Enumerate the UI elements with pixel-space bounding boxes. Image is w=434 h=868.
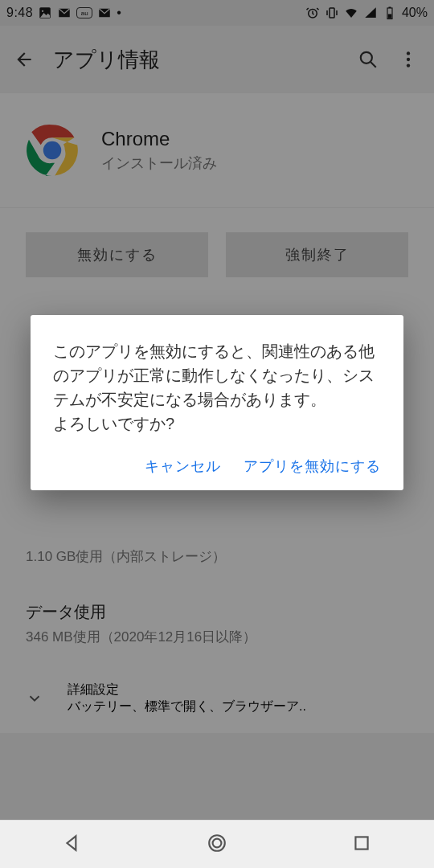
dialog-scrim[interactable]: このアプリを無効にすると、関連性のある他のアプリが正常に動作しなくなったり、シス… bbox=[0, 0, 434, 868]
disable-confirm-dialog: このアプリを無効にすると、関連性のある他のアプリが正常に動作しなくなったり、シス… bbox=[31, 315, 403, 490]
nav-recent-button[interactable] bbox=[351, 833, 372, 857]
svg-point-17 bbox=[213, 838, 222, 847]
dialog-confirm-button[interactable]: アプリを無効にする bbox=[244, 457, 381, 476]
nav-back-button[interactable] bbox=[62, 833, 83, 857]
system-nav-bar bbox=[0, 820, 434, 868]
svg-rect-18 bbox=[355, 837, 367, 849]
dialog-cancel-button[interactable]: キャンセル bbox=[145, 457, 221, 476]
dialog-message: このアプリを無効にすると、関連性のある他のアプリが正常に動作しなくなったり、シス… bbox=[53, 339, 381, 436]
nav-home-button[interactable] bbox=[207, 833, 227, 857]
svg-point-16 bbox=[209, 835, 225, 851]
